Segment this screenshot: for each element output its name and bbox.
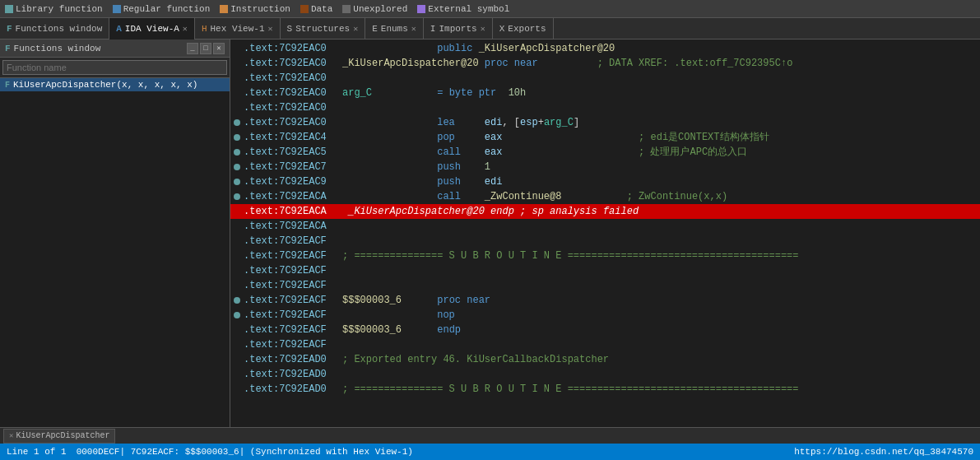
tab-exports-label: Exports [508,24,546,34]
content-9: push 1 [342,160,490,174]
line-dot-18 [234,297,240,304]
code-line-13: .text:7C92EACA [230,219,980,234]
addr-21: .text:7C92EACF [244,337,342,352]
function-icon: F [5,81,10,90]
status-bar: Line 1 of 1 0000DECF| 7C92EACF: $$$00003… [0,444,980,460]
legend-unexplored: Unexplored [342,4,407,14]
main-tab-bar: F Functions window A IDA View-A ✕ H Hex … [0,18,980,39]
addr-3: .text:7C92EAC0 [244,71,342,86]
code-line-11: .text:7C92EACA call _ZwContinue@8 ; ZwCo… [230,189,980,204]
line-dot-23 [234,371,240,378]
legend-instruction-dot [220,5,228,13]
tab-enums-close[interactable]: ✕ [411,24,416,34]
content-8: call eax ; 处理用户APC的总入口 [342,145,747,160]
addr-19: .text:7C92EACF [244,308,342,323]
legend-unexplored-dot [342,5,351,13]
status-left: Line 1 of 1 0000DECF| 7C92EACF: $$$00003… [7,447,413,457]
code-view[interactable]: .text:7C92EAC0 public _KiUserApcDispatch… [230,39,980,427]
tab-hex-label: Hex View-1 [211,24,265,34]
line-dot-1 [234,45,240,52]
line-dot-21 [234,342,240,348]
code-line-3: .text:7C92EAC0 [230,71,980,86]
status-line-info: Line 1 of 1 [7,447,67,457]
code-line-12: .text:7C92EACA _KiUserApcDispatcher@20 e… [230,204,980,219]
line-dot-20 [234,327,240,333]
code-line-5: .text:7C92EAC0 [230,100,980,115]
code-line-7: .text:7C92EAC4 pop eax ; edi是CONTEXT结构体指… [230,130,980,145]
line-dot-9 [234,164,240,170]
legend-external-dot [417,5,425,13]
content-6: lea edi, [esp+arg_C] [342,115,579,130]
tab-enums-icon: E [372,24,378,34]
legend-library: Library function [5,4,103,14]
function-list-item[interactable]: F KiUserApcDispatcher(x, x, x, x, x) [0,78,230,91]
code-line-22: .text:7C92EAD0 ; Exported entry 46. KiUs… [230,352,980,367]
tab-imports-close[interactable]: ✕ [481,24,485,34]
addr-24: .text:7C92EAD0 [244,382,342,397]
main-layout: F Functions window _ □ ✕ F KiUserApcDisp… [0,39,980,427]
bottom-tab-close-icon[interactable]: ✕ [9,431,13,440]
code-line-19: .text:7C92EACF nop [230,308,980,323]
code-line-23: .text:7C92EAD0 [230,367,980,382]
tab-structures-icon: S [287,24,293,34]
tab-enums-label: Enums [381,24,408,34]
tab-hex-close[interactable]: ✕ [268,24,273,34]
titlebar-controls: _ □ ✕ [187,43,225,54]
tab-ida-close[interactable]: ✕ [183,24,188,34]
content-22: ; Exported entry 46. KiUserCallbackDispa… [342,352,609,367]
addr-22: .text:7C92EAD0 [244,352,342,367]
line-dot-24 [234,386,240,393]
code-line-6: .text:7C92EAC0 lea edi, [esp+arg_C] [230,115,980,130]
content-20: $$$00003_6 endp [342,323,461,337]
content-1: public _KiUserApcDispatcher@20 [342,41,615,56]
code-line-15: .text:7C92EACF ; =============== S U B R… [230,249,980,263]
bottom-tab-label: KiUserApcDispatcher [16,431,109,440]
code-line-17: .text:7C92EACF [230,278,980,293]
legend-external-label: External symbol [428,4,509,14]
addr-8: .text:7C92EAC5 [244,145,342,160]
tab-ida-view[interactable]: A IDA View-A ✕ [109,18,195,39]
line-dot-22 [234,356,240,363]
line-dot-5 [234,105,240,111]
code-line-20: .text:7C92EACF $$$00003_6 endp [230,323,980,337]
addr-12: .text:7C92EACA [244,204,342,219]
functions-search-input[interactable] [2,60,227,75]
legend-library-dot [5,5,13,13]
tab-imports-icon: I [430,24,436,34]
tab-structures-close[interactable]: ✕ [353,24,358,34]
tab-imports[interactable]: I Imports ✕ [424,18,493,39]
tab-exports[interactable]: X Exports [493,18,554,39]
panel-float-btn[interactable]: □ [200,43,211,54]
code-line-1: .text:7C92EAC0 public _KiUserApcDispatch… [230,41,980,56]
tab-functions-icon: F [7,24,12,34]
addr-9: .text:7C92EAC7 [244,160,342,174]
line-dot-14 [234,238,240,244]
addr-7: .text:7C92EAC4 [244,130,342,145]
function-item-label: KiUserApcDispatcher(x, x, x, x, x) [13,80,197,90]
line-dot-3 [234,75,240,81]
code-line-9: .text:7C92EAC7 push 1 [230,160,980,174]
line-dot-17 [234,282,240,289]
panel-minimize-btn[interactable]: _ [187,43,198,54]
addr-6: .text:7C92EAC0 [244,115,342,130]
status-address: 0000DECF| 7C92EACF: $$$00003_6| (Synchro… [77,447,413,457]
panel-close-btn[interactable]: ✕ [213,43,225,54]
content-10: push edi [342,174,502,189]
legend-library-label: Library function [16,4,103,14]
legend-instruction: Instruction [220,4,290,14]
addr-1: .text:7C92EAC0 [244,41,342,56]
tab-functions-window[interactable]: F Functions window [0,18,109,39]
content-7: pop eax ; edi是CONTEXT结构体指针 [342,130,769,145]
content-4: arg_C = byte ptr 10h [342,86,526,100]
bottom-tab-bar: ✕ KiUserApcDispatcher [0,427,980,444]
line-dot-15 [234,253,240,259]
code-line-16: .text:7C92EACF [230,263,980,278]
tab-imports-label: Imports [439,24,476,34]
bottom-tab-kiu[interactable]: ✕ KiUserApcDispatcher [3,429,115,444]
tab-enums[interactable]: E Enums ✕ [365,18,424,39]
line-dot-2 [234,60,240,67]
tab-hex-icon: H [202,24,207,34]
tab-structures[interactable]: S Structures ✕ [281,18,366,39]
content-12: _KiUserApcDispatcher@20 endp ; sp analys… [342,204,639,219]
tab-hex-view[interactable]: H Hex View-1 ✕ [195,18,281,39]
